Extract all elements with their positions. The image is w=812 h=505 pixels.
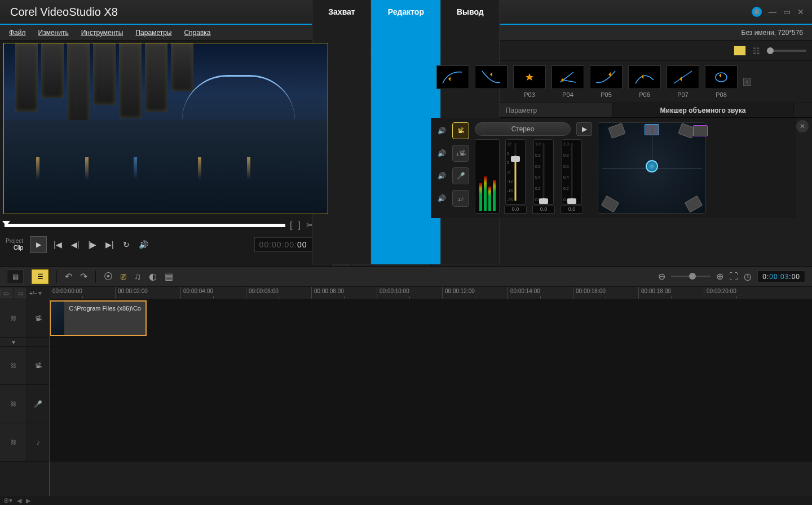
- preview-video[interactable]: [3, 43, 328, 214]
- prev-frame-icon[interactable]: ◀|: [69, 240, 82, 249]
- redo-icon[interactable]: ↷: [80, 271, 87, 282]
- list-view-icon[interactable]: ☷: [753, 46, 760, 55]
- audio-mixer-icon[interactable]: ⎚: [121, 272, 126, 282]
- track-expand-toggle[interactable]: +/−: [29, 290, 37, 296]
- timeline-view-button[interactable]: ☰: [32, 269, 48, 284]
- multi-trim-icon[interactable]: ◐: [149, 271, 157, 282]
- overlay-track[interactable]: ⛓ 📽: [0, 347, 812, 385]
- add-cue-icon[interactable]: ⊕▾: [3, 497, 12, 504]
- music-track-icon: ♪: [37, 438, 40, 446]
- timeline-scrollbar[interactable]: ⊕▾ ◀ ▶: [0, 496, 812, 505]
- preview-mode-toggle[interactable]: Project Clip: [6, 238, 25, 251]
- fit-project-icon[interactable]: ⛶: [729, 272, 738, 282]
- menu-file[interactable]: Файл: [9, 29, 26, 37]
- video-track-icon: 📽: [35, 314, 42, 322]
- gain-fader[interactable]: 1260-6-12-18-35 0.0: [503, 139, 528, 214]
- goto-start-icon[interactable]: |◀: [51, 240, 64, 249]
- overlay-track-icon: 📽: [35, 362, 42, 370]
- asset-item[interactable]: P06: [628, 65, 661, 98]
- track-voice-button[interactable]: 🎤: [452, 167, 469, 184]
- asset-item[interactable]: P08: [705, 65, 738, 98]
- zoom-out-icon[interactable]: ⊖: [658, 271, 665, 282]
- ripple-lock-icon[interactable]: ⛓: [11, 439, 16, 445]
- speaker-fl-icon: [608, 123, 625, 139]
- asset-item[interactable]: P03: [513, 65, 546, 98]
- timeline-tracks: ⛓ 📽 C:\Program Files (x86)\Co ▾ ⛓ 📽 ⛓ 🎤 …: [0, 299, 812, 496]
- asset-item[interactable]: P05: [590, 65, 623, 98]
- project-duration-icon[interactable]: ◷: [744, 271, 752, 282]
- notifications-icon[interactable]: ✱: [752, 7, 762, 17]
- track-overlay-button[interactable]: ₁📽: [452, 145, 469, 162]
- svg-marker-5: [641, 74, 643, 79]
- mixer-play-button[interactable]: ▶: [576, 122, 592, 136]
- ripple-lock-icon[interactable]: ⛓: [11, 362, 16, 369]
- mark-in-icon[interactable]: [: [289, 220, 293, 231]
- loop-icon[interactable]: ↻: [121, 240, 132, 249]
- tab-editor[interactable]: Редактор: [372, 0, 440, 264]
- preview-controls: Project Clip ▶ |◀ ◀| |▶ ▶| ↻ 🔊 00:00:00:…: [3, 234, 328, 255]
- volume-icon[interactable]: 🔊: [136, 240, 151, 249]
- speaker-br-icon: [685, 196, 703, 212]
- ripple-all-button[interactable]: ▭: [0, 289, 12, 298]
- svg-marker-8: [719, 73, 721, 78]
- asset-item[interactable]: P04: [551, 65, 584, 98]
- mode-clip-label: Clip: [6, 245, 23, 251]
- track-video-button[interactable]: 📽: [452, 122, 469, 139]
- surround-field[interactable]: [598, 122, 706, 214]
- scroll-right-icon[interactable]: ▶: [26, 497, 30, 504]
- voice-track-icon: 🎤: [34, 400, 42, 408]
- menu-params[interactable]: Параметры: [135, 29, 171, 37]
- auto-music-icon[interactable]: ♫: [134, 272, 141, 282]
- maximize-icon[interactable]: ▭: [783, 7, 791, 16]
- record-icon[interactable]: ⦿: [104, 272, 113, 282]
- music-track[interactable]: ⛓ ♪: [0, 423, 812, 462]
- clip-label: C:\Program Files (x86)\Co: [64, 302, 145, 335]
- ripple-lock-icon[interactable]: ⛓: [11, 315, 16, 321]
- mark-out-icon[interactable]: ]: [297, 220, 302, 231]
- asset-item[interactable]: P07: [667, 65, 699, 98]
- menu-help[interactable]: Справка: [184, 29, 210, 37]
- timeline-ruler[interactable]: 00:00:00:00 00:00:02:00 00:00:04:00 00:0…: [50, 287, 812, 299]
- timeline-clip[interactable]: C:\Program Files (x86)\Co: [50, 300, 147, 336]
- voice-track[interactable]: ⛓ 🎤: [0, 385, 812, 423]
- preview-panel: [ ] ✂ ⧉ Project Clip ▶ |◀ ◀| |▶ ▶| ↻ 🔊 0…: [0, 41, 332, 266]
- ripple-lock-icon[interactable]: ⛓: [11, 401, 16, 407]
- mute-voice-icon[interactable]: 🔊: [435, 170, 448, 182]
- speaker-bl-icon: [601, 196, 620, 212]
- minimize-icon[interactable]: —: [769, 7, 776, 16]
- preview-scrubber[interactable]: [ ] ✂ ⧉: [5, 220, 326, 231]
- thumbnail-view-button[interactable]: [734, 46, 746, 56]
- menu-tools[interactable]: Инструменты: [81, 29, 123, 37]
- undo-icon[interactable]: ↶: [65, 271, 72, 282]
- close-panel-icon[interactable]: ✕: [796, 120, 809, 132]
- mute-overlay-icon[interactable]: 🔊: [435, 147, 448, 160]
- zoom-in-icon[interactable]: ⊕: [716, 271, 723, 282]
- storyboard-view-button[interactable]: ▦: [7, 269, 24, 284]
- close-icon[interactable]: ✕: [797, 7, 804, 16]
- menu-edit[interactable]: Изменить: [38, 29, 69, 37]
- surround-position-handle[interactable]: [646, 160, 658, 172]
- timeline-toolbar: ▦ ☰ ↶ ↷ ⦿ ⎚ ♫ ◐ ▤ ⊖ ⊕ ⛶ ◷ 0:00:03:00: [0, 267, 812, 287]
- video-track[interactable]: ⛓ 📽 C:\Program Files (x86)\Co: [0, 299, 812, 338]
- ripple-track-button[interactable]: ▭: [15, 289, 27, 298]
- stereo-mode-dropdown[interactable]: Стерео: [475, 122, 571, 136]
- tab-surround-mixer[interactable]: Микшер объемного звука: [612, 103, 794, 117]
- next-frame-icon[interactable]: |▶: [86, 240, 99, 249]
- center-fader[interactable]: 1.00.80.60.40.20.0 0.0: [531, 139, 556, 214]
- track-manager-icon[interactable]: ▤: [165, 271, 173, 282]
- play-button[interactable]: ▶: [30, 236, 47, 253]
- timeline-timecode[interactable]: 0:00:03:00: [757, 271, 805, 283]
- collapse-track-icon[interactable]: ▾: [12, 338, 15, 346]
- mute-music-icon[interactable]: 🔊: [435, 192, 448, 205]
- asset-scroll-left-icon[interactable]: ‹: [743, 78, 751, 86]
- scroll-left-icon[interactable]: ◀: [17, 497, 21, 504]
- svg-marker-2: [526, 73, 533, 81]
- thumb-size-slider[interactable]: [767, 50, 806, 52]
- track-music-button[interactable]: ₁♪: [452, 190, 469, 207]
- surround-mixer-panel: 🔊📽 🔊₁📽 🔊🎤 🔊₁♪ Стерео ▶ 1260-6-12-18-35: [431, 118, 796, 218]
- scrub-handle[interactable]: [2, 221, 10, 226]
- goto-end-icon[interactable]: ▶|: [103, 240, 116, 249]
- sub-fader[interactable]: 1.00.80.60.40.20.0 0.0: [559, 139, 584, 214]
- mute-video-icon[interactable]: 🔊: [435, 125, 448, 137]
- timeline-zoom-slider[interactable]: [671, 276, 710, 277]
